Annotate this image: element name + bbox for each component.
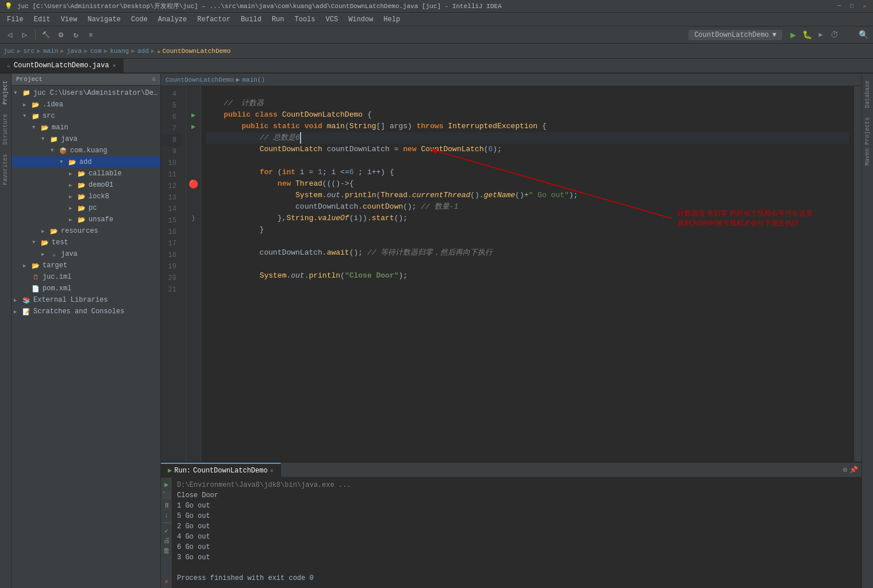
structure-button[interactable]: ≡ (84, 29, 97, 41)
editor-tab-countdownlatch[interactable]: ☕ CountDownLatchDemo.java ✕ (0, 59, 124, 72)
menu-help[interactable]: Help (379, 14, 405, 25)
print-button[interactable]: 🖨 (162, 536, 171, 545)
sidebar-tab-structure[interactable]: Structure (1, 109, 10, 149)
run-tab-name: CountDownLatchDemo (193, 467, 268, 475)
tree-label-test: test (52, 239, 68, 247)
tree-item-scratches[interactable]: ▶ 📝 Scratches and Consoles (11, 306, 160, 317)
tree-item-main[interactable]: ▼ 📂 main (11, 122, 160, 133)
tree-item-demo01[interactable]: ▶ 📂 demo01 (11, 179, 160, 191)
refresh-button[interactable]: ↻ (70, 29, 82, 41)
tree-item-test[interactable]: ▼ 📂 test (11, 237, 160, 248)
nav-kuang[interactable]: kuang (110, 48, 129, 55)
tree-item-juc[interactable]: ▼ 📁 juc C:\Users\Administrator\Desktop\开… (11, 87, 160, 99)
rerun-button[interactable]: ▶ (162, 480, 171, 489)
search-button[interactable]: 🔍 (857, 29, 870, 41)
run-tab-icon: ▶ (168, 466, 172, 475)
menu-file[interactable]: File (2, 14, 28, 25)
run-tab[interactable]: ▶ Run: CountDownLatchDemo ✕ (161, 463, 281, 478)
resume-button[interactable]: ↓ (162, 511, 171, 520)
back-button[interactable]: ◁ (3, 29, 16, 41)
code-line-10 (206, 155, 849, 167)
stop-button[interactable]: ⬛ (162, 490, 171, 499)
tree-item-resources[interactable]: ▶ 📂 resources (11, 225, 160, 237)
breadcrumb-class[interactable]: CountDownLatchDemo (166, 76, 234, 83)
run-gutter-icon-6[interactable]: ▶ (191, 111, 195, 120)
menu-navigate[interactable]: Navigate (83, 14, 125, 25)
menu-view[interactable]: View (56, 14, 82, 25)
pause-button[interactable]: ⏸ (162, 501, 171, 510)
forward-button[interactable]: ▷ (18, 29, 31, 41)
minimize-button[interactable]: ─ (835, 2, 843, 10)
nav-main[interactable]: main (43, 48, 58, 55)
run-gutter-icon-7[interactable]: ▶ (191, 122, 195, 131)
right-scrollbar[interactable] (853, 86, 862, 462)
tree-item-java[interactable]: ▼ 📁 java (11, 133, 160, 145)
sidebar-tab-database[interactable]: Database (863, 76, 872, 113)
gutter-7-run[interactable]: ▶ (186, 121, 201, 132)
close-run-button[interactable]: ✕ (162, 577, 171, 586)
tree-item-lock8[interactable]: ▶ 📂 lock8 (11, 191, 160, 202)
build-button[interactable]: 🔨 (40, 29, 52, 41)
tree-item-pc[interactable]: ▶ 📂 pc (11, 202, 160, 214)
menu-refactor[interactable]: Refactor (193, 14, 235, 25)
gutter-5 (186, 98, 201, 109)
nav-com[interactable]: com (90, 48, 102, 55)
menu-run[interactable]: Run (267, 14, 289, 25)
settings-button[interactable]: ⚙ (55, 29, 67, 41)
code-line-21 (206, 282, 849, 293)
tree-item-unsafe[interactable]: ▶ 📂 unsafe (11, 214, 160, 225)
tab-close-button[interactable]: ✕ (113, 62, 116, 69)
tree-item-callable[interactable]: ▶ 📂 callable (11, 168, 160, 179)
gutter-12-breakpoint[interactable]: 🔴 (186, 178, 201, 190)
tree-arrow-resources: ▶ (41, 228, 49, 235)
sidebar-tab-favorites[interactable]: Favorites (1, 149, 10, 190)
run-config-selector[interactable]: CountDownLatchDemo ▼ (689, 30, 782, 40)
nav-class[interactable]: ☕ CountDownLatchDemo (157, 48, 230, 55)
menu-window[interactable]: Window (344, 14, 378, 25)
tree-item-juc-iml[interactable]: ▶ 🗒 juc.iml (11, 271, 160, 283)
nav-juc[interactable]: juc (3, 48, 15, 55)
menu-build[interactable]: Build (236, 14, 266, 25)
fold-icon-15[interactable]: } (191, 216, 195, 222)
close-button[interactable]: ✕ (860, 2, 868, 10)
gutter-6-run[interactable]: ▶ (186, 109, 201, 121)
ext-libs-icon: 📚 (22, 295, 31, 305)
tree-item-pom[interactable]: ▶ 📄 pom.xml (11, 283, 160, 294)
tree-label-ext-libs: External Libraries (33, 296, 108, 304)
run-button[interactable]: ▶ (787, 29, 799, 41)
run-settings-icon[interactable]: ⚙ (843, 466, 847, 474)
tree-item-com-kuang[interactable]: ▼ 📦 com.kuang (11, 145, 160, 156)
breakpoint-icon-12[interactable]: 🔴 (189, 179, 198, 189)
clear-button[interactable]: 🗑 (162, 546, 171, 555)
tree-item-ext-libs[interactable]: ▶ 📚 External Libraries (11, 294, 160, 306)
scroll-end-button[interactable]: ↙ (162, 525, 171, 535)
menu-analyze[interactable]: Analyze (153, 14, 191, 25)
tree-item-add[interactable]: ▼ 📂 add (11, 156, 160, 168)
run-tab-close[interactable]: ✕ (270, 467, 274, 474)
run-pin-icon[interactable]: 📌 (849, 466, 858, 474)
maximize-button[interactable]: □ (848, 2, 856, 10)
menu-vcs[interactable]: VCS (321, 14, 343, 25)
tree-item-target[interactable]: ▶ 📂 target (11, 260, 160, 271)
sidebar-tab-maven[interactable]: Maven Projects (863, 113, 872, 170)
menu-tools[interactable]: Tools (290, 14, 320, 25)
tree-item-java2[interactable]: ▶ ☕ java (11, 248, 160, 260)
nav-src[interactable]: src (23, 48, 34, 55)
coverage-button[interactable]: ▶ (814, 29, 827, 41)
line-number-8: 8 (161, 134, 181, 146)
code-content[interactable]: // 计数器 public class CountDownLatchDemo {… (201, 86, 853, 462)
tree-item-idea[interactable]: ▶ 📂 .idea (11, 99, 160, 110)
tree-item-src[interactable]: ▼ 📁 src (11, 110, 160, 122)
sidebar-tab-project[interactable]: Project (1, 76, 10, 109)
profile-button[interactable]: ⏱ (828, 29, 841, 41)
nav-java[interactable]: java (67, 48, 82, 55)
code-line-12: new Thread((()->{ (206, 178, 849, 190)
run-output[interactable]: D:\Environment\Java8\jdk8\bin\java.exe .… (172, 478, 862, 588)
project-settings-icon[interactable]: ⚙ (152, 76, 156, 83)
run-tab-label: Run: (174, 467, 191, 475)
menu-code[interactable]: Code (126, 14, 152, 25)
nav-add[interactable]: add (137, 48, 149, 55)
debug-button[interactable]: 🐛 (801, 29, 813, 41)
menu-edit[interactable]: Edit (29, 14, 55, 25)
breadcrumb-method[interactable]: main() (242, 76, 265, 83)
